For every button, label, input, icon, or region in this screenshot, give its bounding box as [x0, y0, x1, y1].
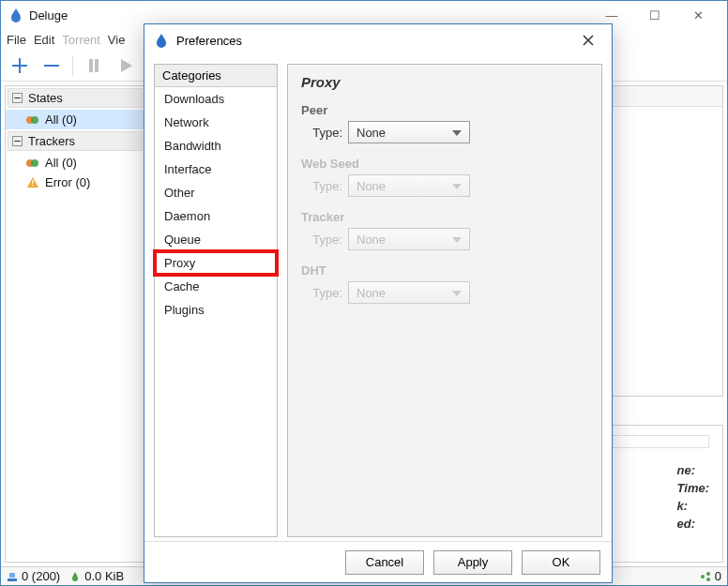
all-icon [26, 113, 39, 127]
categories-header: Categories [155, 65, 277, 87]
sidebar-states-label: States [28, 91, 63, 105]
category-item-interface[interactable]: Interface [155, 158, 277, 181]
type-select[interactable]: None [348, 121, 470, 143]
group-title: Tracker [301, 210, 588, 224]
category-item-network[interactable]: Network [155, 111, 277, 134]
type-label: Type: [301, 286, 342, 300]
sidebar: − States All (0) − Trackers All (0) [5, 85, 145, 563]
group-title: DHT [301, 263, 588, 278]
type-label: Type: [301, 179, 342, 193]
status-connections[interactable]: 0 (200) [7, 569, 60, 583]
pause-button [81, 53, 107, 79]
detail-r2: Time: [677, 481, 709, 495]
preferences-content: Proxy PeerType:NoneWeb SeedType:NoneTrac… [287, 64, 602, 537]
dialog-close-button[interactable] [574, 26, 602, 54]
sidebar-trackers-label: Trackers [28, 134, 75, 148]
detail-r4: ed: [677, 517, 709, 531]
category-item-plugins[interactable]: Plugins [155, 298, 277, 322]
proxy-group-tracker: TrackerType:None [301, 210, 588, 250]
panel-title: Proxy [301, 74, 588, 90]
status-dht-value: 0 [715, 569, 721, 583]
connections-icon [7, 571, 18, 582]
group-title: Peer [301, 103, 588, 117]
type-label: Type: [301, 233, 342, 247]
status-dht[interactable]: 0 [700, 569, 721, 583]
dialog-titlebar: Preferences [144, 24, 612, 56]
proxy-group-dht: DHTType:None [301, 263, 588, 304]
proxy-group-web-seed: Web SeedType:None [301, 157, 588, 197]
categories-list: DownloadsNetworkBandwidthInterfaceOtherD… [155, 87, 277, 322]
warning-icon [26, 176, 39, 189]
detail-r3: k: [677, 499, 709, 513]
details-right: ne: Time: k: ed: [677, 459, 709, 552]
svg-point-3 [31, 159, 38, 167]
proxy-groups: PeerType:NoneWeb SeedType:NoneTrackerTyp… [301, 103, 588, 304]
menu-torrent: Torrent [62, 33, 99, 47]
type-label: Type: [301, 126, 342, 140]
detail-r1: ne: [677, 463, 709, 477]
window-close-button[interactable]: ✕ [676, 1, 720, 29]
deluge-icon [8, 8, 23, 23]
sidebar-trackers-header[interactable]: − Trackers [8, 131, 143, 151]
sidebar-item-trackers-error[interactable]: Error (0) [6, 173, 144, 192]
type-field: Type:None [301, 174, 588, 197]
svg-point-1 [31, 116, 38, 124]
svg-point-14 [701, 575, 705, 578]
collapse-icon: − [12, 93, 23, 103]
dialog-buttons: Cancel Apply OK [144, 541, 612, 582]
proxy-group-peer: PeerType:None [301, 103, 588, 143]
add-torrent-button[interactable] [7, 53, 33, 79]
apply-button[interactable]: Apply [433, 550, 512, 575]
type-select: None [348, 281, 470, 304]
window-maximize-button[interactable]: ☐ [633, 1, 676, 29]
type-select: None [348, 228, 470, 250]
type-field: Type:None [301, 281, 588, 304]
type-field: Type:None [301, 228, 588, 250]
svg-point-16 [706, 578, 710, 581]
ok-button[interactable]: OK [522, 550, 600, 575]
download-icon [69, 571, 81, 582]
svg-rect-4 [32, 180, 33, 184]
category-item-cache[interactable]: Cache [155, 275, 277, 298]
menu-file[interactable]: File [7, 33, 26, 47]
svg-point-15 [706, 572, 710, 576]
category-item-other[interactable]: Other [155, 181, 277, 204]
deluge-icon [154, 33, 169, 48]
type-select: None [348, 174, 470, 197]
category-item-proxy[interactable]: Proxy [155, 251, 277, 275]
status-download-value: 0.0 KiB [84, 569, 124, 583]
type-field: Type:None [301, 121, 588, 143]
menu-view[interactable]: Vie [108, 33, 126, 47]
dht-icon [700, 571, 711, 582]
main-title: Deluge [29, 8, 590, 23]
group-title: Web Seed [301, 157, 588, 171]
sidebar-item-all[interactable]: All (0) [6, 110, 144, 129]
cancel-button[interactable]: Cancel [345, 550, 424, 575]
category-item-bandwidth[interactable]: Bandwidth [155, 134, 277, 158]
sidebar-item-trackers-all[interactable]: All (0) [6, 153, 144, 173]
sidebar-trackers-all-label: All (0) [45, 156, 77, 170]
toolbar-separator [72, 55, 73, 76]
preferences-dialog: Preferences Categories DownloadsNetworkB… [144, 23, 613, 583]
category-item-daemon[interactable]: Daemon [155, 204, 277, 228]
remove-torrent-button[interactable] [38, 53, 65, 79]
play-button [113, 53, 139, 79]
sidebar-states-header[interactable]: − States [8, 88, 143, 108]
sidebar-all-label: All (0) [45, 113, 77, 127]
collapse-icon: − [12, 136, 23, 146]
menu-edit[interactable]: Edit [34, 33, 54, 47]
status-download-speed[interactable]: 0.0 KiB [69, 569, 124, 583]
category-item-queue[interactable]: Queue [155, 228, 277, 251]
all-icon [26, 157, 39, 170]
svg-rect-12 [8, 578, 17, 581]
dialog-title: Preferences [176, 34, 574, 48]
sidebar-trackers-error-label: Error (0) [45, 175, 90, 189]
svg-rect-13 [9, 573, 15, 578]
categories-pane: Categories DownloadsNetworkBandwidthInte… [154, 64, 278, 537]
dialog-body: Categories DownloadsNetworkBandwidthInte… [144, 56, 612, 541]
svg-rect-5 [32, 185, 33, 186]
category-item-downloads[interactable]: Downloads [155, 87, 277, 111]
status-connections-value: 0 (200) [22, 569, 60, 583]
